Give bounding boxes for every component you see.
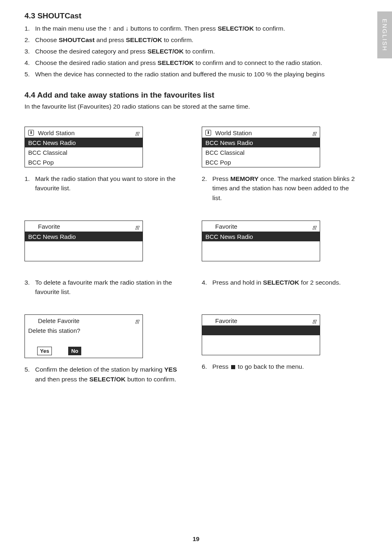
lcd-row: BCC Pop	[25, 157, 143, 167]
lcd-favorite-left: Favoriteஜ BCC News Radio	[24, 221, 143, 261]
signal-icon: ஜ	[136, 317, 139, 324]
lcd-world-right: ⬇World Stationஜ BCC News Radio BCC Class…	[202, 127, 320, 167]
lcd-title: World Station	[38, 129, 75, 136]
lcd-row-blank	[202, 241, 320, 251]
signal-icon: ஜ	[136, 129, 139, 136]
lcd-title: Favorite	[215, 223, 237, 230]
lcd-favorite-empty: Favoriteஜ	[202, 314, 320, 355]
lcd-title: Favorite	[38, 223, 60, 230]
lcd-row: BCC Classical	[25, 147, 143, 157]
page-content: 4.3 SHOUTCast 1.In the main menu use the…	[0, 0, 392, 398]
language-tab: ENGLISH	[377, 11, 392, 58]
caption-4: 4.Press and hold in SELECT/OK for 2 seco…	[202, 278, 357, 287]
lcd-row-blank	[25, 335, 143, 345]
step: 3.Choose the desired category and press …	[24, 47, 368, 56]
signal-icon: ஜ	[313, 223, 316, 230]
signal-icon: ஜ	[313, 129, 316, 136]
lcd-row-blank	[202, 345, 320, 355]
lcd-row-selected: BCC News Radio	[25, 232, 143, 241]
lcd-row-2: Favoriteஜ BCC News Radio 3.To delete a f…	[24, 221, 368, 311]
lcd-row-blank	[25, 241, 143, 251]
section-43-title: 4.3 SHOUTCast	[24, 11, 368, 20]
yes-button: Yes	[37, 347, 52, 355]
step: 5.When the device has connected to the r…	[24, 69, 368, 79]
caption-5: 5.Confirm the deletion of the station by…	[24, 365, 180, 384]
home-icon: ⬇	[28, 130, 34, 136]
signal-icon: ஜ	[136, 223, 139, 230]
lcd-row-3: Delete Favoriteஜ Delete this station? Ye…	[24, 314, 368, 398]
lcd-world-left: ⬇World Stationஜ BCC News Radio BCC Class…	[24, 127, 143, 167]
lcd-row-blank	[202, 335, 320, 345]
lcd-row: BCC Classical	[202, 147, 320, 157]
lcd-title: Delete Favorite	[38, 317, 80, 324]
step: 2.Choose SHOUTCast and press SELECT/OK t…	[24, 35, 368, 45]
caption-6: 6.Press to go back to the menu.	[202, 362, 357, 371]
lcd-row-selected: BCC News Radio	[202, 138, 320, 147]
section-44-intro: In the favourite list (Favourites) 20 ra…	[24, 103, 368, 110]
lcd-row-blank	[202, 251, 320, 261]
lcd-row-blank	[25, 251, 143, 261]
lcd-row-selected: BCC News Radio	[25, 138, 143, 147]
no-button: No	[68, 347, 81, 355]
home-icon: ⬇	[205, 130, 211, 136]
stop-icon	[231, 365, 235, 369]
page-number: 19	[0, 535, 392, 542]
lcd-yes-no-row: Yes No	[25, 345, 143, 358]
section-43-steps: 1.In the main menu use the ↑ and ↓ butto…	[24, 24, 368, 79]
caption-3: 3.To delete a favourite mark the radio s…	[24, 278, 180, 297]
lcd-row-selected: BCC News Radio	[202, 232, 320, 241]
signal-icon: ஜ	[313, 317, 316, 324]
caption-1: 1.Mark the radio station that you want t…	[24, 174, 180, 193]
step: 1.In the main menu use the ↑ and ↓ butto…	[24, 24, 368, 33]
lcd-title: World Station	[215, 129, 252, 136]
caption-2: 2.Press MEMORY once. The marked station …	[202, 174, 357, 203]
lcd-row-selected	[202, 325, 320, 335]
step: 4.Choose the desired radio station and p…	[24, 58, 368, 68]
section-44-title: 4.4 Add and take away stations in the fa…	[24, 91, 368, 100]
language-tab-label: ENGLISH	[381, 19, 388, 51]
lcd-favorite-right: Favoriteஜ BCC News Radio	[202, 221, 320, 261]
lcd-delete-favorite: Delete Favoriteஜ Delete this station? Ye…	[24, 314, 143, 358]
lcd-title: Favorite	[215, 317, 237, 324]
lcd-row-1: ⬇World Stationஜ BCC News Radio BCC Class…	[24, 127, 368, 216]
lcd-row: Delete this station?	[25, 325, 143, 335]
lcd-row: BCC Pop	[202, 157, 320, 167]
